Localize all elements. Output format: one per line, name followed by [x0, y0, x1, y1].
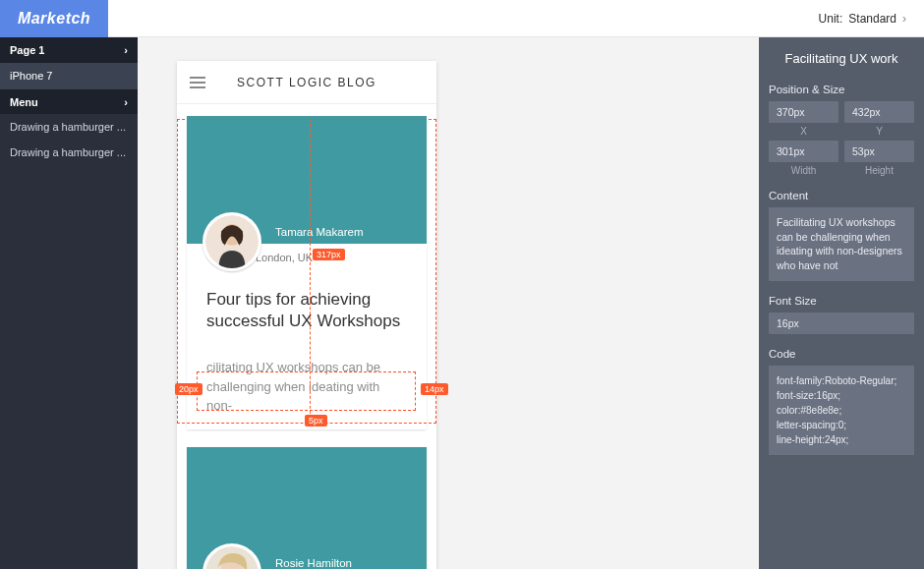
field-y[interactable]: 432px	[844, 101, 914, 123]
artboard-title: SCOTT LOGIC BLOG	[218, 76, 395, 89]
app-logo: Marketch	[0, 0, 108, 37]
blog-card[interactable]: Tamara Makarem London, UK Four tips for …	[187, 116, 427, 429]
section-heading: Content	[769, 190, 914, 201]
sidebar-menu-label: Menu	[10, 96, 124, 108]
section-fontsize: Font Size 16px	[759, 291, 924, 344]
sidebar-page-label: Page 1	[10, 44, 124, 56]
field-height[interactable]: 53px	[844, 141, 914, 162]
sidebar-device-label: iPhone 7	[10, 70, 128, 82]
field-height-label: Height	[844, 165, 914, 176]
sidebar-layer[interactable]: Drawing a hamburger ...	[0, 140, 138, 165]
fontsize-value[interactable]: 16px	[769, 313, 914, 334]
sidebar-device[interactable]: iPhone 7	[0, 63, 138, 88]
sidebar-layer[interactable]: Drawing a hamburger ...	[0, 114, 138, 140]
field-width[interactable]: 301px	[769, 141, 838, 162]
chevron-right-icon: ›	[902, 12, 906, 26]
canvas[interactable]: SCOTT LOGIC BLOG Tamara Makarem London, …	[138, 37, 759, 569]
sidebar-layer-label: Drawing a hamburger ...	[10, 146, 128, 158]
avatar	[202, 212, 261, 271]
card-hero: Tamara Makarem	[187, 116, 427, 244]
blog-card[interactable]: Rosie Hamilton Newcastle, UK	[187, 447, 427, 569]
card-body: Four tips for achieving successful UX Wo…	[187, 277, 427, 346]
field-y-label: Y	[844, 126, 914, 137]
chevron-right-icon: ›	[124, 96, 128, 108]
avatar	[202, 543, 261, 569]
sidebar-layer-label: Drawing a hamburger ...	[10, 121, 128, 133]
unit-value: Standard	[848, 12, 896, 26]
inspector: Facilitating UX work Position & Size 370…	[759, 37, 924, 569]
card-excerpt: cilitating UX workshops can be challengi…	[187, 358, 427, 429]
topbar: Marketch Unit: Standard ›	[0, 0, 924, 37]
card-hero: Rosie Hamilton	[187, 447, 427, 569]
chevron-right-icon: ›	[124, 44, 128, 56]
artboard[interactable]: SCOTT LOGIC BLOG Tamara Makarem London, …	[177, 61, 436, 569]
card-title: Four tips for achieving successful UX Wo…	[206, 289, 407, 332]
sidebar-page[interactable]: Page 1 ›	[0, 37, 138, 63]
field-x-label: X	[769, 126, 838, 137]
field-width-label: Width	[769, 165, 838, 176]
inspector-title: Facilitating UX work	[759, 37, 924, 80]
unit-label: Unit:	[819, 12, 843, 26]
hamburger-icon[interactable]	[177, 77, 218, 88]
artboard-header: SCOTT LOGIC BLOG	[177, 61, 436, 104]
section-heading: Position & Size	[769, 84, 914, 95]
unit-selector[interactable]: Unit: Standard ›	[819, 12, 924, 26]
sidebar: Page 1 › iPhone 7 Menu › Drawing a hambu…	[0, 37, 138, 569]
section-position-size: Position & Size 370px X 432px Y 301px Wi…	[759, 80, 924, 186]
code-value[interactable]: font-family:Roboto-Regular; font-size:16…	[769, 366, 914, 455]
content-value[interactable]: Facilitating UX workshops can be challen…	[769, 207, 914, 281]
section-content: Content Facilitating UX workshops can be…	[759, 186, 924, 291]
sidebar-menu[interactable]: Menu ›	[0, 88, 138, 114]
section-heading: Code	[769, 348, 914, 360]
section-code: Code font-family:Roboto-Regular; font-si…	[759, 344, 924, 465]
section-heading: Font Size	[769, 295, 914, 307]
field-x[interactable]: 370px	[769, 101, 838, 123]
